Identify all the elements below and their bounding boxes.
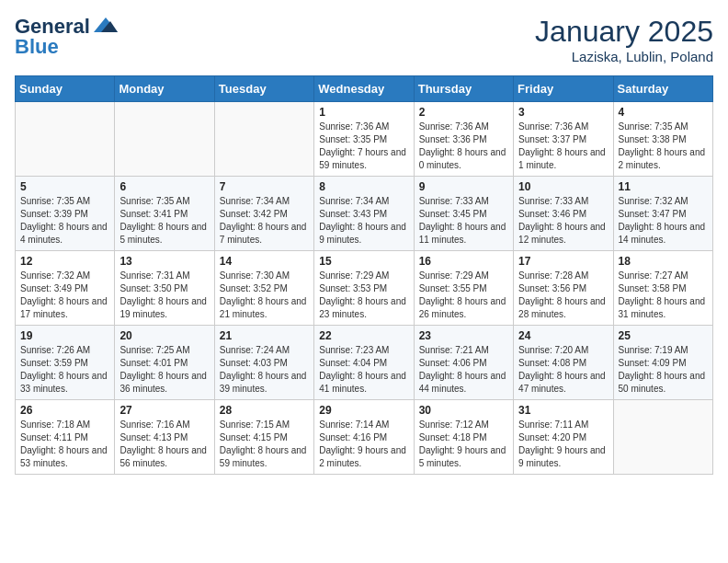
day-number: 15 <box>319 255 408 268</box>
day-info: Sunrise: 7:30 AMSunset: 3:52 PMDaylight:… <box>220 270 309 321</box>
day-info: Sunrise: 7:14 AMSunset: 4:16 PMDaylight:… <box>319 419 408 470</box>
day-number: 18 <box>619 255 708 268</box>
day-number: 17 <box>518 255 608 268</box>
day-number: 29 <box>319 404 408 417</box>
calendar-week-5: 26Sunrise: 7:18 AMSunset: 4:11 PMDayligh… <box>16 400 713 475</box>
day-info: Sunrise: 7:29 AMSunset: 3:53 PMDaylight:… <box>319 270 408 321</box>
calendar-cell: 30Sunrise: 7:12 AMSunset: 4:18 PMDayligh… <box>414 400 513 475</box>
day-number: 6 <box>119 180 209 193</box>
day-info: Sunrise: 7:33 AMSunset: 3:46 PMDaylight:… <box>518 195 608 247</box>
day-info: Sunrise: 7:31 AMSunset: 3:50 PMDaylight:… <box>119 270 209 321</box>
calendar-cell: 2Sunrise: 7:36 AMSunset: 3:36 PMDaylight… <box>414 102 513 177</box>
day-info: Sunrise: 7:34 AMSunset: 3:42 PMDaylight:… <box>220 195 309 247</box>
day-info: Sunrise: 7:35 AMSunset: 3:41 PMDaylight:… <box>119 195 209 247</box>
logo-blue: Blue <box>15 35 59 59</box>
day-number: 2 <box>419 106 508 119</box>
day-info: Sunrise: 7:36 AMSunset: 3:37 PMDaylight:… <box>518 121 608 172</box>
calendar-cell: 7Sunrise: 7:34 AMSunset: 3:42 PMDaylight… <box>214 177 313 251</box>
day-info: Sunrise: 7:35 AMSunset: 3:39 PMDaylight:… <box>20 195 109 247</box>
calendar-cell: 5Sunrise: 7:35 AMSunset: 3:39 PMDaylight… <box>16 177 115 251</box>
title-block: January 2025 Laziska, Lublin, Poland <box>535 15 713 64</box>
calendar-cell: 16Sunrise: 7:29 AMSunset: 3:55 PMDayligh… <box>414 251 513 326</box>
calendar-cell: 17Sunrise: 7:28 AMSunset: 3:56 PMDayligh… <box>514 251 613 326</box>
day-number: 24 <box>518 329 608 342</box>
calendar-week-4: 19Sunrise: 7:26 AMSunset: 3:59 PMDayligh… <box>16 326 713 400</box>
day-number: 7 <box>220 180 309 193</box>
day-number: 13 <box>119 255 209 268</box>
page-header: General Blue January 2025 Laziska, Lubli… <box>15 15 713 64</box>
calendar-week-3: 12Sunrise: 7:32 AMSunset: 3:49 PMDayligh… <box>16 251 713 326</box>
calendar-week-1: 1Sunrise: 7:36 AMSunset: 3:35 PMDaylight… <box>16 102 713 177</box>
calendar-cell: 31Sunrise: 7:11 AMSunset: 4:20 PMDayligh… <box>514 400 613 475</box>
day-info: Sunrise: 7:36 AMSunset: 3:36 PMDaylight:… <box>419 121 508 172</box>
calendar-cell: 14Sunrise: 7:30 AMSunset: 3:52 PMDayligh… <box>214 251 313 326</box>
day-number: 20 <box>119 329 209 342</box>
day-number: 9 <box>419 180 508 193</box>
calendar-cell: 8Sunrise: 7:34 AMSunset: 3:43 PMDaylight… <box>314 177 414 251</box>
calendar-cell: 27Sunrise: 7:16 AMSunset: 4:13 PMDayligh… <box>115 400 214 475</box>
day-number: 8 <box>319 180 408 193</box>
day-info: Sunrise: 7:15 AMSunset: 4:15 PMDaylight:… <box>220 419 309 470</box>
day-number: 12 <box>20 255 109 268</box>
calendar-header-row: Sunday Monday Tuesday Wednesday Thursday… <box>16 76 713 102</box>
calendar-cell: 1Sunrise: 7:36 AMSunset: 3:35 PMDaylight… <box>314 102 414 177</box>
calendar-cell: 13Sunrise: 7:31 AMSunset: 3:50 PMDayligh… <box>115 251 214 326</box>
day-number: 26 <box>20 404 109 417</box>
day-number: 14 <box>220 255 309 268</box>
day-number: 11 <box>619 180 708 193</box>
calendar-cell: 22Sunrise: 7:23 AMSunset: 4:04 PMDayligh… <box>314 326 414 400</box>
day-info: Sunrise: 7:20 AMSunset: 4:08 PMDaylight:… <box>518 344 608 396</box>
day-number: 21 <box>220 329 309 342</box>
day-number: 4 <box>619 106 708 119</box>
day-info: Sunrise: 7:16 AMSunset: 4:13 PMDaylight:… <box>119 419 209 470</box>
calendar-cell: 29Sunrise: 7:14 AMSunset: 4:16 PMDayligh… <box>314 400 414 475</box>
calendar-cell: 10Sunrise: 7:33 AMSunset: 3:46 PMDayligh… <box>514 177 613 251</box>
logo-icon <box>94 16 118 34</box>
day-number: 31 <box>518 404 608 417</box>
day-number: 5 <box>20 180 109 193</box>
header-sunday: Sunday <box>16 76 115 102</box>
day-info: Sunrise: 7:33 AMSunset: 3:45 PMDaylight:… <box>419 195 508 247</box>
day-number: 28 <box>220 404 309 417</box>
calendar-cell: 25Sunrise: 7:19 AMSunset: 4:09 PMDayligh… <box>613 326 712 400</box>
day-info: Sunrise: 7:24 AMSunset: 4:03 PMDaylight:… <box>220 344 309 396</box>
calendar-cell: 12Sunrise: 7:32 AMSunset: 3:49 PMDayligh… <box>16 251 115 326</box>
calendar-cell: 21Sunrise: 7:24 AMSunset: 4:03 PMDayligh… <box>214 326 313 400</box>
day-info: Sunrise: 7:29 AMSunset: 3:55 PMDaylight:… <box>419 270 508 321</box>
day-info: Sunrise: 7:36 AMSunset: 3:35 PMDaylight:… <box>319 121 408 172</box>
calendar-cell: 11Sunrise: 7:32 AMSunset: 3:47 PMDayligh… <box>613 177 712 251</box>
day-number: 10 <box>518 180 608 193</box>
calendar-cell: 26Sunrise: 7:18 AMSunset: 4:11 PMDayligh… <box>16 400 115 475</box>
day-number: 19 <box>20 329 109 342</box>
day-info: Sunrise: 7:18 AMSunset: 4:11 PMDaylight:… <box>20 419 109 470</box>
day-info: Sunrise: 7:26 AMSunset: 3:59 PMDaylight:… <box>20 344 109 396</box>
day-number: 1 <box>319 106 408 119</box>
day-info: Sunrise: 7:25 AMSunset: 4:01 PMDaylight:… <box>119 344 209 396</box>
day-info: Sunrise: 7:21 AMSunset: 4:06 PMDaylight:… <box>419 344 508 396</box>
day-info: Sunrise: 7:27 AMSunset: 3:58 PMDaylight:… <box>619 270 708 321</box>
day-number: 3 <box>518 106 608 119</box>
calendar-table: Sunday Monday Tuesday Wednesday Thursday… <box>15 75 713 475</box>
day-info: Sunrise: 7:12 AMSunset: 4:18 PMDaylight:… <box>419 419 508 470</box>
header-tuesday: Tuesday <box>214 76 313 102</box>
calendar-cell: 19Sunrise: 7:26 AMSunset: 3:59 PMDayligh… <box>16 326 115 400</box>
calendar-cell: 18Sunrise: 7:27 AMSunset: 3:58 PMDayligh… <box>613 251 712 326</box>
location-subtitle: Laziska, Lublin, Poland <box>535 49 713 64</box>
calendar-cell: 24Sunrise: 7:20 AMSunset: 4:08 PMDayligh… <box>514 326 613 400</box>
calendar-cell: 3Sunrise: 7:36 AMSunset: 3:37 PMDaylight… <box>514 102 613 177</box>
calendar-cell: 4Sunrise: 7:35 AMSunset: 3:38 PMDaylight… <box>613 102 712 177</box>
calendar-cell <box>613 400 712 475</box>
day-number: 22 <box>319 329 408 342</box>
logo: General Blue <box>15 15 118 59</box>
day-number: 16 <box>419 255 508 268</box>
day-number: 23 <box>419 329 508 342</box>
header-monday: Monday <box>115 76 214 102</box>
day-info: Sunrise: 7:19 AMSunset: 4:09 PMDaylight:… <box>619 344 708 396</box>
calendar-cell: 15Sunrise: 7:29 AMSunset: 3:53 PMDayligh… <box>314 251 414 326</box>
day-info: Sunrise: 7:32 AMSunset: 3:49 PMDaylight:… <box>20 270 109 321</box>
calendar-cell: 23Sunrise: 7:21 AMSunset: 4:06 PMDayligh… <box>414 326 513 400</box>
day-info: Sunrise: 7:28 AMSunset: 3:56 PMDaylight:… <box>518 270 608 321</box>
day-number: 27 <box>119 404 209 417</box>
day-info: Sunrise: 7:35 AMSunset: 3:38 PMDaylight:… <box>619 121 708 172</box>
calendar-cell <box>115 102 214 177</box>
